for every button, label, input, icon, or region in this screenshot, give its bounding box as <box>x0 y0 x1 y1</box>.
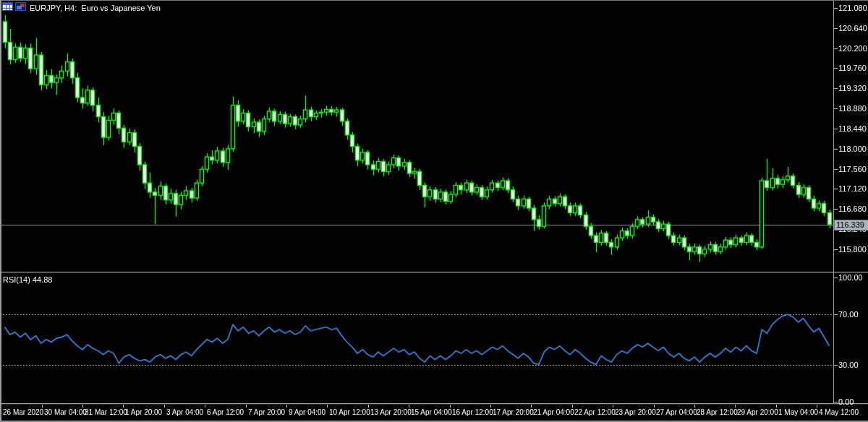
time-scale-label: 15 Apr 04:00 <box>411 408 452 417</box>
time-scale-label: 27 Apr 04:00 <box>656 408 697 417</box>
chart-window: EURJPY, H4: Euro vs Japanese Yen 121.080… <box>0 0 868 422</box>
time-scale-label: 6 Apr 12:00 <box>207 408 244 417</box>
rsi-scale-label: 30.00 <box>838 361 859 369</box>
time-scale-label: 26 Mar 2020 <box>3 408 43 417</box>
window-border-left <box>0 0 1 422</box>
price-scale-label: 117.560 <box>838 165 867 173</box>
time-scale-label: 3 Apr 04:00 <box>166 408 203 417</box>
time-scale[interactable]: 26 Mar 202030 Mar 04:0031 Mar 12:001 Apr… <box>0 404 868 422</box>
chart-title-area: EURJPY, H4: Euro vs Japanese Yen <box>0 0 434 14</box>
time-scale-label: 7 Apr 20:00 <box>248 408 285 417</box>
time-scale-label: 13 Apr 20:00 <box>370 408 412 417</box>
chart-title: EURJPY, H4: Euro vs Japanese Yen <box>30 4 161 12</box>
price-scale-label: 118.880 <box>838 104 867 113</box>
price-scale-label: 118.440 <box>838 124 867 133</box>
price-scale-label: 120.200 <box>838 44 867 53</box>
price-chart-canvas[interactable] <box>0 0 868 422</box>
rsi-scale[interactable]: 100.0070.0030.000.00 <box>834 272 868 404</box>
price-scale-label: 119.760 <box>838 64 867 72</box>
price-scale-label: 117.120 <box>838 184 867 193</box>
time-scale-label: 31 Mar 12:00 <box>85 408 127 417</box>
time-scale-label: 22 Apr 12:00 <box>574 408 616 417</box>
price-scale-label: 119.320 <box>838 84 867 92</box>
time-scale-label: 23 Apr 20:00 <box>615 408 656 417</box>
price-scale-label: 115.800 <box>838 245 867 254</box>
price-scale-label: 118.000 <box>838 145 867 153</box>
time-scale-label: 21 Apr 04:00 <box>533 408 574 417</box>
time-scale-label: 1 May 04:00 <box>778 408 818 417</box>
rsi-indicator-label: RSI(14) 44.88 <box>3 275 52 284</box>
time-scale-label: 30 Mar 04:00 <box>44 408 87 417</box>
window-border-top <box>0 0 868 1</box>
time-scale-label: 28 Apr 12:00 <box>697 408 738 417</box>
ohlc-grid-icon <box>2 2 13 11</box>
rsi-scale-label: 100.00 <box>838 273 863 282</box>
time-scale-label: 29 Apr 20:00 <box>737 408 778 417</box>
price-scale-label: 120.640 <box>838 24 867 33</box>
rsi-scale-label: 70.00 <box>838 310 859 319</box>
current-price-badge: 116.339 <box>834 220 868 231</box>
price-scale[interactable]: 121.080120.640120.200119.760119.320118.8… <box>834 0 868 272</box>
time-scale-label: 17 Apr 20:00 <box>493 408 534 417</box>
time-scale-label: 9 Apr 04:00 <box>289 408 326 417</box>
time-scale-label: 10 Apr 12:00 <box>329 408 370 417</box>
candle-chart-icon <box>15 2 26 11</box>
price-scale-label: 116.680 <box>838 204 867 213</box>
time-scale-label: 1 Apr 20:00 <box>125 408 162 417</box>
time-scale-label: 16 Apr 12:00 <box>452 408 493 417</box>
price-scale-label: 121.080 <box>838 4 867 12</box>
time-scale-label: 4 May 12:00 <box>819 408 859 417</box>
